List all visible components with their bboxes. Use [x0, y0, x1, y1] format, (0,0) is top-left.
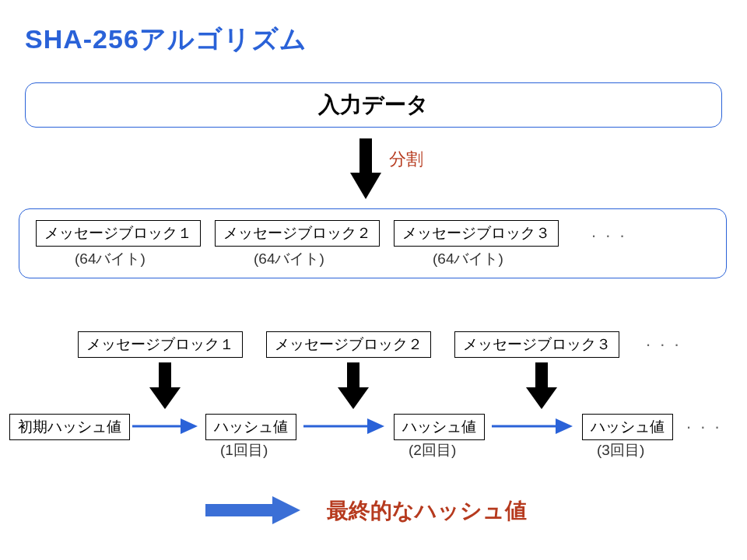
input-data-box: 入力データ — [25, 82, 722, 128]
input-data-label: 入力データ — [318, 90, 429, 120]
arrow-down-icon — [149, 359, 181, 414]
svg-rect-14 — [205, 504, 274, 516]
svg-rect-0 — [359, 138, 372, 174]
block-size-3: (64バイト) — [433, 249, 503, 269]
chain-message-block-2: メッセージブロック２ — [266, 331, 431, 358]
svg-rect-2 — [159, 362, 171, 389]
initial-hash-box: 初期ハッシュ値 — [9, 414, 130, 440]
message-block-1: メッセージブロック１ — [36, 220, 201, 247]
page-title: SHA-256アルゴリズム — [25, 22, 307, 58]
svg-marker-13 — [556, 418, 573, 434]
arrow-right-icon — [490, 417, 576, 436]
svg-marker-7 — [526, 387, 557, 409]
arrow-down-icon — [526, 359, 557, 414]
hash-box-3: ハッシュ値 — [582, 414, 673, 440]
arrow-down-icon — [338, 359, 369, 414]
ellipsis-chain-bottom: · · · — [686, 417, 722, 437]
arrow-right-icon — [302, 417, 388, 436]
svg-marker-15 — [272, 496, 300, 524]
round-label-3: (3回目) — [597, 440, 644, 460]
svg-rect-4 — [347, 362, 359, 389]
round-label-2: (2回目) — [409, 440, 456, 460]
hash-box-1: ハッシュ値 — [205, 414, 296, 440]
arrow-right-thick-icon — [202, 495, 303, 526]
svg-marker-5 — [338, 387, 369, 409]
chain-message-block-1: メッセージブロック１ — [78, 331, 243, 358]
block-size-2: (64バイト) — [254, 249, 324, 269]
message-block-3: メッセージブロック３ — [394, 220, 559, 247]
arrow-down-icon — [350, 134, 381, 204]
arrow-right-icon — [131, 417, 201, 436]
final-hash-label: 最終的なハッシュ値 — [327, 496, 527, 526]
block-size-1: (64バイト) — [75, 249, 146, 269]
svg-marker-1 — [350, 173, 381, 199]
chain-message-block-3: メッセージブロック３ — [454, 331, 619, 358]
message-block-2: メッセージブロック２ — [215, 220, 380, 247]
svg-marker-11 — [367, 418, 384, 434]
svg-rect-6 — [535, 362, 548, 389]
ellipsis-chain-top: · · · — [646, 334, 682, 355]
round-label-1: (1回目) — [220, 440, 268, 460]
ellipsis-blocks: · · · — [591, 226, 627, 246]
hash-box-2: ハッシュ値 — [394, 414, 485, 440]
split-label: 分割 — [389, 148, 423, 171]
svg-marker-9 — [181, 418, 198, 434]
svg-marker-3 — [149, 387, 181, 409]
